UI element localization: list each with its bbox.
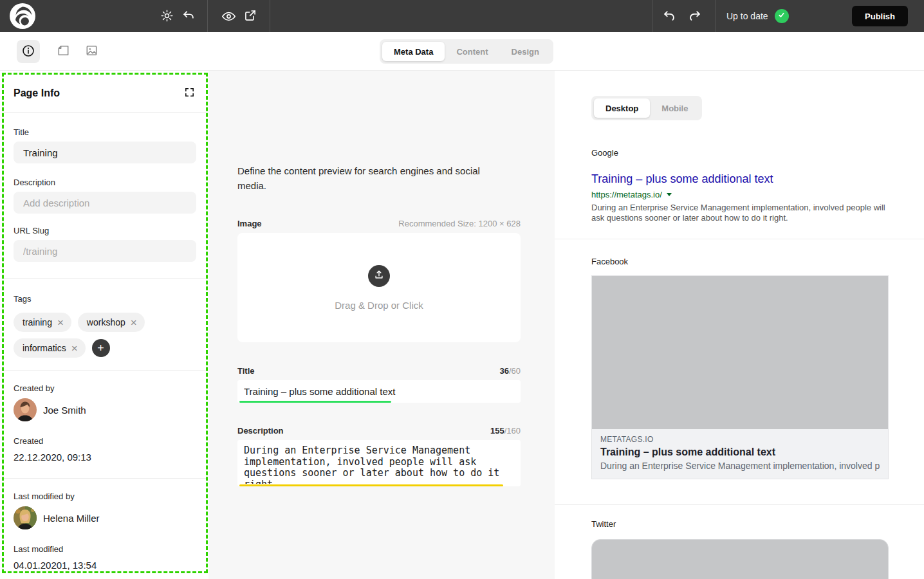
description-field-label: Description — [14, 178, 196, 187]
topbar-divider — [652, 0, 652, 32]
google-result-url: https://metatags.io/ — [591, 190, 662, 199]
divider — [4, 112, 206, 113]
title-char-counter: 36/60 — [499, 366, 521, 376]
dropzone-label: Drag & Drop or Click — [335, 300, 423, 311]
last-modified-date: 04.01.20201, 13:54 — [14, 560, 196, 571]
facebook-card-footer: METATAGS.IO Training – plus some additio… — [592, 429, 888, 479]
url-slug-input[interactable] — [14, 240, 196, 262]
title-char-count: 36 — [499, 366, 508, 376]
page-info-header: Page Info — [14, 75, 196, 112]
meta-description-box: During an Enterprise Service Management … — [237, 440, 521, 486]
expand-icon — [184, 87, 195, 100]
add-tag-button[interactable]: + — [92, 339, 110, 357]
redo-icon — [688, 9, 702, 25]
redo-button[interactable] — [688, 9, 702, 25]
meta-editor-column: Define the content preview for search en… — [208, 71, 555, 579]
status-check-badge — [775, 9, 789, 23]
undo-icon — [662, 9, 676, 25]
publish-status: Up to date — [726, 0, 789, 32]
google-result-description: During an Enterprise Service Management … — [591, 203, 897, 223]
editor-tabs: Meta Data Content Design — [380, 39, 553, 64]
upload-button[interactable] — [368, 265, 390, 287]
last-modified-by-label: Last modified by — [14, 492, 196, 501]
page-description-input[interactable] — [14, 192, 196, 214]
page-info-panel-button[interactable] — [17, 40, 40, 63]
meta-title-label: Title — [237, 366, 255, 376]
preview-button[interactable] — [221, 9, 236, 26]
remove-tag-icon[interactable]: × — [57, 317, 64, 328]
image-size-hint: Recommended Size: 1200 × 628 — [398, 219, 521, 228]
upload-icon — [373, 269, 385, 283]
created-by-name: Joe Smith — [43, 405, 86, 416]
tab-content[interactable]: Content — [445, 42, 499, 61]
toggle-desktop[interactable]: Desktop — [594, 98, 650, 118]
description-char-counter: 155/160 — [490, 426, 521, 436]
tag-label: informatics — [23, 343, 66, 353]
url-slug-field-label: URL Slug — [14, 226, 196, 235]
title-length-indicator — [239, 401, 391, 403]
expand-panel-button[interactable] — [182, 86, 196, 100]
tag-pill[interactable]: training × — [14, 313, 71, 332]
avatar — [14, 398, 37, 421]
last-modified-label: Last modified — [14, 544, 196, 554]
created-by-user: Joe Smith — [14, 398, 196, 421]
twitter-preview-label: Twitter — [591, 519, 924, 529]
settings-button[interactable] — [160, 9, 174, 24]
created-label: Created — [14, 436, 196, 446]
topbar-divider — [270, 0, 270, 32]
created-by-label: Created by — [14, 383, 196, 393]
created-date: 22.12.2020, 09:13 — [14, 452, 196, 463]
description-char-count: 155 — [490, 426, 504, 436]
image-dropzone[interactable]: Drag & Drop or Click — [237, 233, 521, 342]
topbar-divider — [207, 0, 208, 32]
avatar — [14, 506, 37, 529]
page-title-input[interactable] — [14, 142, 196, 163]
app-logo — [10, 3, 35, 29]
revert-button[interactable] — [181, 9, 196, 25]
publish-button[interactable]: Publish — [852, 6, 908, 26]
meta-description-input[interactable]: During an Enterprise Service Management … — [237, 440, 521, 484]
title-field-label: Title — [14, 127, 196, 137]
tag-pill[interactable]: workshop × — [78, 313, 145, 332]
page-info-panel: Page Info Title Description URL Slug Tag… — [2, 73, 208, 573]
divider — [4, 278, 206, 279]
info-icon — [21, 44, 35, 60]
meta-title-input[interactable] — [237, 380, 521, 403]
facebook-image-placeholder — [592, 276, 888, 429]
tab-design[interactable]: Design — [500, 42, 551, 61]
divider — [4, 478, 206, 479]
tab-meta-data[interactable]: Meta Data — [382, 42, 445, 61]
page-info-title: Page Info — [14, 87, 60, 99]
last-modified-by-user: Helena Miller — [14, 506, 196, 529]
remove-tag-icon[interactable]: × — [71, 343, 78, 354]
divider — [555, 239, 924, 239]
status-text: Up to date — [726, 11, 768, 21]
tag-label: workshop — [87, 317, 125, 327]
facebook-preview-label: Facebook — [591, 257, 924, 266]
image-icon — [84, 43, 99, 60]
last-modified-by-name: Helena Miller — [43, 513, 100, 524]
description-length-indicator — [239, 484, 503, 486]
external-link-icon — [244, 9, 257, 24]
check-icon — [777, 10, 786, 22]
undo-button[interactable] — [662, 9, 676, 25]
divider — [555, 504, 924, 505]
top-bar: Up to date Publish — [0, 0, 924, 32]
preview-column: Desktop Mobile Google Training – plus so… — [555, 71, 924, 579]
remove-tag-icon[interactable]: × — [131, 317, 137, 328]
media-panel-button[interactable] — [80, 40, 103, 63]
pages-panel-button[interactable] — [51, 40, 75, 63]
facebook-title: Training – plus some additional text — [600, 446, 880, 458]
facebook-domain: METATAGS.IO — [600, 435, 880, 444]
divider — [4, 370, 206, 371]
open-live-button[interactable] — [244, 9, 257, 24]
toggle-mobile[interactable]: Mobile — [650, 98, 699, 118]
twitter-image-placeholder — [591, 539, 889, 579]
undo-arrow-icon — [181, 9, 196, 25]
caret-down-icon — [667, 193, 672, 196]
image-section-label: Image — [237, 219, 262, 228]
plus-icon: + — [97, 342, 104, 354]
tag-pill[interactable]: informatics × — [14, 338, 86, 358]
meta-description-label: Description — [237, 426, 284, 436]
tags-list: training × workshop × informatics × + — [14, 313, 196, 358]
